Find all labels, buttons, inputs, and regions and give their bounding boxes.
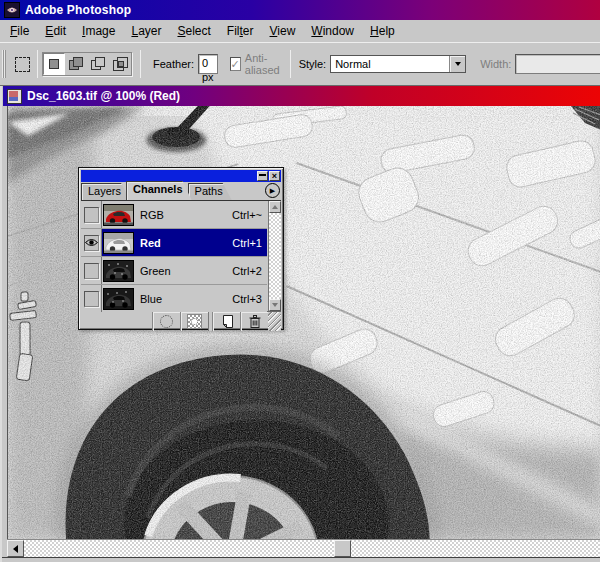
menu-bar: File Edit Image Layer Select Filter View… — [0, 20, 600, 42]
left-arrow-icon — [13, 545, 18, 553]
minimize-icon — [259, 174, 266, 176]
channel-name: Red — [135, 237, 232, 249]
visibility-toggle[interactable] — [81, 229, 102, 256]
palette-resize-grip[interactable] — [268, 312, 281, 331]
channel-thumbnail — [103, 260, 134, 282]
palette-menu-icon: ▶ — [270, 187, 275, 194]
toolbar-divider — [290, 50, 291, 78]
up-arrow-icon — [272, 205, 278, 209]
channel-shortcut: Ctrl+2 — [232, 265, 267, 277]
feather-label: Feather: — [153, 58, 194, 70]
document-titlebar[interactable]: Dsc_1603.tif @ 100% (Red) — [3, 86, 600, 106]
channel-shortcut: Ctrl+3 — [232, 293, 267, 305]
palette-menu-button[interactable]: ▶ — [265, 183, 280, 198]
document-window-border — [2, 557, 600, 562]
menu-item-file[interactable]: File — [2, 22, 37, 40]
dropdown-arrow-icon — [455, 62, 461, 66]
menu-item-edit[interactable]: Edit — [37, 22, 74, 40]
scroll-down-button[interactable] — [269, 299, 281, 311]
style-select[interactable]: Normal — [330, 55, 466, 73]
channel-thumbnail — [103, 288, 134, 310]
new-selection-icon — [49, 59, 59, 69]
palette-titlebar[interactable]: × — [81, 170, 281, 182]
intersect-selection-button[interactable] — [109, 53, 131, 75]
scroll-left-button[interactable] — [7, 540, 24, 557]
width-label: Width: — [480, 58, 511, 70]
toolbar-divider — [37, 50, 38, 78]
channel-thumbnail — [103, 204, 134, 226]
horizontal-scrollbar — [7, 539, 600, 557]
menu-item-view[interactable]: View — [262, 22, 304, 40]
channel-row-green[interactable]: Green Ctrl+2 — [81, 257, 267, 285]
menu-item-image[interactable]: Image — [74, 22, 123, 40]
visibility-toggle[interactable] — [81, 257, 102, 284]
visibility-toggle[interactable] — [81, 285, 102, 312]
close-icon: × — [272, 172, 277, 180]
channels-palette: × Layers Channels Paths ▶ — [78, 167, 284, 330]
subtract-selection-button[interactable] — [87, 53, 109, 75]
photoshop-app-icon — [4, 2, 20, 18]
save-selection-icon — [187, 314, 202, 329]
new-channel-button[interactable] — [212, 312, 240, 331]
menu-item-help[interactable]: Help — [362, 22, 403, 40]
marquee-tool-button[interactable] — [14, 50, 31, 78]
style-dropdown-button[interactable] — [449, 56, 465, 72]
palette-minimize-button[interactable] — [257, 171, 268, 181]
channel-list: RGB Ctrl+~ — [81, 201, 281, 312]
tab-layers[interactable]: Layers — [81, 183, 130, 200]
scrollbar-track[interactable] — [24, 540, 600, 557]
save-selection-button[interactable] — [180, 312, 208, 331]
new-channel-icon — [221, 315, 233, 328]
rectangular-marquee-icon — [15, 57, 30, 72]
palette-footer — [81, 312, 281, 331]
menu-item-layer[interactable]: Layer — [123, 22, 169, 40]
add-selection-button[interactable] — [65, 53, 87, 75]
style-value: Normal — [331, 56, 449, 72]
trash-icon — [249, 315, 261, 328]
toolbar-divider — [140, 50, 141, 78]
app-title: Adobe Photoshop — [25, 3, 131, 17]
channel-row-red[interactable]: Red Ctrl+1 — [81, 229, 267, 257]
load-selection-icon — [160, 315, 173, 328]
channel-name: Blue — [135, 293, 232, 305]
app-titlebar[interactable]: Adobe Photoshop — [0, 0, 600, 20]
scrollbar-thumb[interactable] — [334, 540, 351, 557]
visibility-toggle[interactable] — [81, 201, 102, 228]
palette-scrollbar[interactable] — [268, 201, 281, 311]
tab-paths[interactable]: Paths — [188, 183, 232, 200]
palette-close-button[interactable]: × — [269, 171, 280, 181]
channel-shortcut: Ctrl+1 — [232, 237, 267, 249]
channel-row-rgb[interactable]: RGB Ctrl+~ — [81, 201, 267, 229]
tab-channels[interactable]: Channels — [126, 181, 192, 200]
eye-icon — [85, 238, 98, 247]
scroll-up-button[interactable] — [269, 201, 281, 213]
document-icon — [7, 89, 22, 104]
menu-item-filter[interactable]: Filter — [219, 22, 262, 40]
document-title: Dsc_1603.tif @ 100% (Red) — [27, 89, 180, 103]
down-arrow-icon — [272, 303, 278, 307]
selection-mode-group — [42, 52, 132, 76]
width-input — [515, 54, 600, 74]
antialiased-checkbox: ✓ — [230, 57, 241, 71]
app-window: Adobe Photoshop File Edit Image Layer Se… — [0, 0, 600, 562]
palette-tab-row: Layers Channels Paths ▶ — [81, 182, 281, 201]
menu-item-select[interactable]: Select — [169, 22, 218, 40]
options-bar: Feather: 0 px ✓ Anti-aliased Style: Norm… — [0, 42, 600, 86]
delete-channel-button[interactable] — [240, 312, 268, 331]
channel-name: RGB — [135, 209, 232, 221]
menu-item-window[interactable]: Window — [303, 22, 362, 40]
channel-thumbnail — [103, 232, 134, 254]
antialiased-label: Anti-aliased — [245, 52, 280, 76]
toolbar-grip[interactable] — [2, 50, 6, 78]
new-selection-button[interactable] — [43, 53, 65, 75]
channel-name: Green — [135, 265, 232, 277]
load-selection-button[interactable] — [152, 312, 180, 331]
feather-input[interactable]: 0 px — [198, 54, 218, 74]
channel-row-blue[interactable]: Blue Ctrl+3 — [81, 285, 267, 312]
style-label: Style: — [299, 58, 327, 70]
channel-shortcut: Ctrl+~ — [232, 209, 267, 221]
check-icon: ✓ — [231, 59, 240, 69]
